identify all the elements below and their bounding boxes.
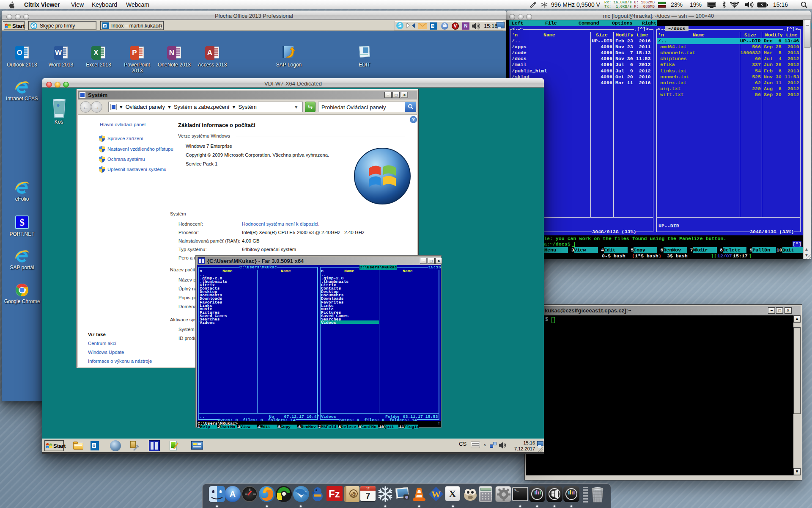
svg-text:W: W xyxy=(431,489,441,500)
